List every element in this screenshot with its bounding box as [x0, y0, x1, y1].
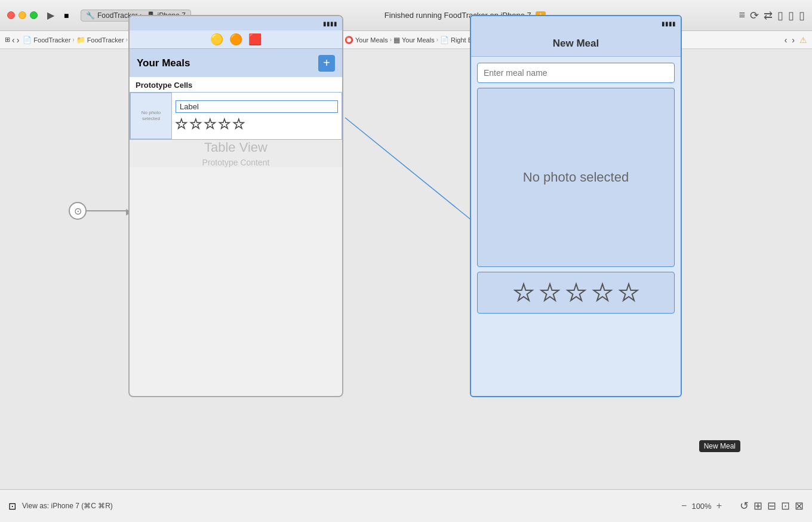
star-5[interactable]: ★	[233, 116, 245, 132]
zoom-level: 100%	[691, 502, 711, 511]
meals-nav-bar: Your Meals +	[130, 48, 342, 77]
prototype-cells-label: Prototype Cells	[130, 77, 342, 92]
storyboard-canvas: ⊙ ▶ ▮▮▮▮ 🟡 🟠 🟥 Your Meals + Prototype Ce…	[0, 0, 812, 489]
scene-icon-2: 🟠	[229, 33, 242, 46]
arrow-line	[87, 210, 128, 211]
prototype-cell: No photoselected ★ ★ ★ ★ ★	[130, 92, 342, 140]
initial-dot: ⊙	[69, 202, 87, 220]
scene-icon-1: 🟡	[210, 33, 223, 46]
your-meals-mockup: ▮▮▮▮ 🟡 🟠 🟥 Your Meals + Prototype Cells …	[128, 15, 343, 397]
zoom-controls: − 100% +	[681, 500, 722, 511]
cell-stars: ★ ★ ★ ★ ★	[176, 116, 338, 132]
table-view-area: Table View Prototype Content	[130, 140, 342, 167]
meals-nav-title: Your Meals	[137, 57, 190, 69]
view-as-label: View as: iPhone 7 (⌘C ⌘R)	[22, 502, 113, 510]
page-layout-icon[interactable]: ⊡	[8, 500, 16, 512]
no-photo-label: No photo selected	[523, 170, 629, 185]
star-3[interactable]: ★	[204, 116, 216, 132]
fit-icon[interactable]: ⊠	[795, 499, 804, 512]
no-photo-label-small: No photoselected	[142, 110, 161, 122]
grid-view-icon[interactable]: ⊞	[753, 499, 762, 512]
zoom-out-button[interactable]: −	[681, 500, 687, 511]
print-icon[interactable]: ⊟	[767, 499, 776, 512]
nm-status-bar: ▮▮▮▮	[471, 16, 681, 30]
add-meal-button[interactable]: +	[318, 55, 335, 72]
table-view-label: Table View	[204, 140, 267, 155]
nm-star-1[interactable]: ★	[513, 280, 534, 306]
nm-battery-icon: ▮▮▮▮	[662, 20, 676, 27]
prototype-content-label: Prototype Content	[202, 158, 270, 167]
nm-star-2[interactable]: ★	[540, 280, 560, 306]
nm-star-3[interactable]: ★	[566, 280, 586, 306]
cell-image-placeholder: No photoselected	[130, 93, 172, 139]
battery-icon: ▮▮▮▮	[323, 20, 337, 27]
bottom-bar: ⊡ View as: iPhone 7 (⌘C ⌘R) − 100% + ↺ ⊞…	[0, 489, 812, 522]
nm-stars-row: ★ ★ ★ ★ ★	[477, 272, 675, 314]
svg-line-0	[345, 118, 484, 230]
scene-icons-bar: 🟡 🟠 🟥	[130, 30, 342, 48]
zoom-in-button[interactable]: +	[716, 500, 722, 511]
nm-nav-bar: New Meal	[471, 30, 681, 57]
new-meal-badge: New Meal	[699, 440, 740, 452]
nm-star-4[interactable]: ★	[592, 280, 613, 306]
nm-nav-title: New Meal	[553, 38, 599, 50]
adjust-icon[interactable]: ↺	[740, 499, 749, 512]
segue-connector	[0, 0, 812, 407]
star-2[interactable]: ★	[190, 116, 202, 132]
bottom-right-icons: ↺ ⊞ ⊟ ⊡ ⊠	[740, 499, 804, 512]
photo-area[interactable]: No photo selected	[477, 88, 675, 267]
star-1[interactable]: ★	[176, 116, 187, 132]
cell-content: ★ ★ ★ ★ ★	[172, 98, 342, 134]
scene-icon-3: 🟥	[248, 33, 262, 46]
new-meal-mockup: ▮▮▮▮ New Meal No photo selected ★ ★ ★ ★ …	[470, 15, 682, 397]
star-4[interactable]: ★	[219, 116, 230, 132]
meals-status-bar: ▮▮▮▮	[130, 16, 342, 30]
meal-name-input[interactable]	[477, 63, 675, 83]
nm-star-5[interactable]: ★	[619, 280, 639, 306]
resize-icon[interactable]: ⊡	[781, 499, 790, 512]
cell-label-input[interactable]	[176, 100, 338, 113]
